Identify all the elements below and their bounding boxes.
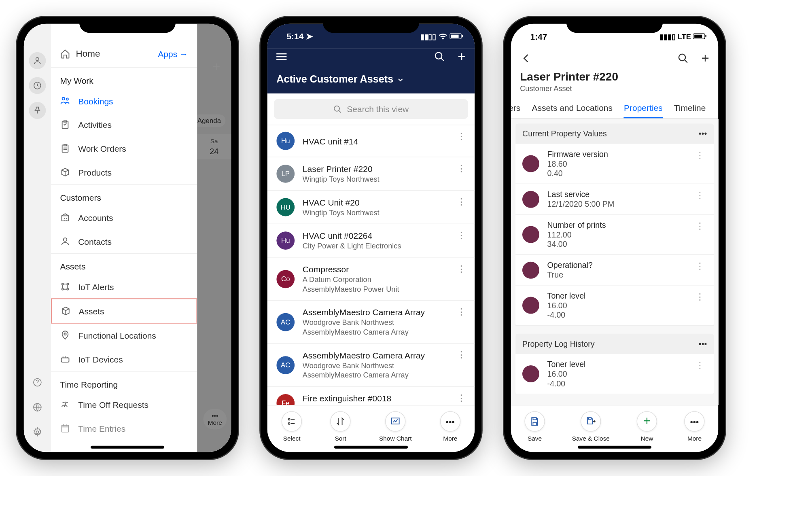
dim-overlay[interactable] <box>197 24 231 452</box>
new-button[interactable]: + New <box>637 411 657 442</box>
help-icon[interactable] <box>29 374 46 391</box>
row-more-icon[interactable]: ⋮ <box>456 392 465 403</box>
property-row[interactable]: Number of prints112.0034.00 ⋮ <box>515 215 714 255</box>
tab-properties[interactable]: Properties <box>624 99 663 119</box>
nav-home[interactable]: Home <box>60 49 100 59</box>
search-icon[interactable] <box>434 51 445 62</box>
back-button[interactable] <box>520 52 532 65</box>
row-more-icon[interactable]: ⋮ <box>695 261 704 271</box>
property-dot-icon <box>522 297 539 314</box>
property-dot-icon <box>522 365 539 382</box>
nav-bookings[interactable]: Bookings <box>51 89 197 113</box>
asset-row[interactable]: AC AssemblyMaestro Camera ArrayWoodgrove… <box>267 344 475 387</box>
svg-rect-16 <box>61 358 69 362</box>
nav-assets[interactable]: Assets <box>51 299 197 324</box>
history-card: Property Log History ••• Toner level16.0… <box>515 334 714 394</box>
property-row[interactable]: Toner level16.00-4.00 ⋮ <box>515 354 714 394</box>
asset-row[interactable]: Hu HVAC unit #14 ⋮ <box>267 125 475 157</box>
section-my-work: My Work <box>51 68 197 89</box>
nav-menu-panel: Home Apps→ My Work Bookings Activities <box>51 24 197 452</box>
add-icon[interactable]: + <box>458 51 466 62</box>
nav-accounts[interactable]: Accounts <box>51 206 197 229</box>
property-row[interactable]: Toner level16.00-4.00 ⋮ <box>515 286 714 326</box>
row-more-icon[interactable]: ⋮ <box>695 221 704 231</box>
recent-icon[interactable] <box>29 77 46 94</box>
search-input[interactable]: Search this view <box>274 99 468 119</box>
nav-functional-locations[interactable]: Functional Locations <box>51 323 197 347</box>
apps-link[interactable]: Apps→ <box>158 49 188 59</box>
tab-timeline[interactable]: Timeline <box>674 99 706 119</box>
row-more-icon[interactable]: ⋮ <box>456 197 465 208</box>
row-more-icon[interactable]: ⋮ <box>456 163 465 174</box>
nav-products[interactable]: Products <box>51 160 197 184</box>
add-icon[interactable]: + <box>701 53 709 64</box>
globe-icon[interactable] <box>29 399 46 416</box>
pin-icon[interactable] <box>29 102 46 119</box>
property-row[interactable]: Operational?True ⋮ <box>515 255 714 286</box>
hamburger-icon[interactable] <box>276 53 286 60</box>
card-title: Current Property Values <box>522 129 607 138</box>
property-dot-icon <box>522 226 539 243</box>
asset-row[interactable]: Co CompressorA Datum CorporationAssembly… <box>267 258 475 301</box>
search-icon[interactable] <box>677 53 689 64</box>
nav-iot-devices[interactable]: IoT Devices <box>51 347 197 371</box>
property-row[interactable]: Firmware version18.600.40 ⋮ <box>515 144 714 184</box>
sort-button[interactable]: Sort <box>330 411 350 442</box>
nav-work-orders[interactable]: Work Orders <box>51 136 197 160</box>
nav-contacts[interactable]: Contacts <box>51 229 197 253</box>
svg-point-24 <box>288 423 290 424</box>
asset-list[interactable]: Hu HVAC unit #14 ⋮LP Laser Printer #220W… <box>267 125 475 405</box>
settings-icon[interactable] <box>29 424 46 441</box>
property-dot-icon <box>522 155 539 172</box>
more-button[interactable]: ••• More <box>440 411 460 442</box>
asset-name: HVAC Unit #20 <box>303 198 466 208</box>
svg-point-12 <box>67 283 68 285</box>
view-title-dropdown[interactable]: Active Customer Assets <box>276 74 466 85</box>
profile-icon[interactable] <box>29 52 46 69</box>
card-more-icon[interactable]: ••• <box>699 339 707 348</box>
row-more-icon[interactable]: ⋮ <box>456 306 465 317</box>
asset-name: AssemblyMaestro Camera Array <box>303 307 466 317</box>
list-header: + Active Customer Assets <box>267 49 475 93</box>
row-more-icon[interactable]: ⋮ <box>456 131 465 142</box>
nav-time-off-requests[interactable]: Time Off Requests <box>51 392 197 416</box>
more-button[interactable]: ••• More <box>684 411 704 442</box>
detail-body[interactable]: Current Property Values ••• Firmware ver… <box>511 119 718 405</box>
chevron-down-icon <box>397 76 405 84</box>
select-button[interactable]: Select <box>282 411 302 442</box>
record-tabs: ers Assets and Locations Properties Time… <box>511 99 718 119</box>
asset-row[interactable]: LP Laser Printer #220Wingtip Toys Northw… <box>267 157 475 191</box>
svg-point-23 <box>288 418 290 420</box>
card-more-icon[interactable]: ••• <box>699 129 707 138</box>
nav-iot-alerts[interactable]: IoT Alerts <box>51 275 197 299</box>
show-chart-button[interactable]: Show Chart <box>379 411 411 442</box>
property-row[interactable]: Last service12/1/2020 5:00 PM ⋮ <box>515 184 714 215</box>
asset-avatar: AC <box>276 356 295 374</box>
svg-point-11 <box>62 283 64 285</box>
nav-time-entries[interactable]: Time Entries <box>51 416 197 440</box>
section-time-reporting: Time Reporting <box>51 371 197 392</box>
tab-assets-locations[interactable]: Assets and Locations <box>532 99 613 119</box>
nav-activities[interactable]: Activities <box>51 113 197 137</box>
asset-avatar: Fe <box>276 394 295 405</box>
asset-avatar: HU <box>276 198 295 216</box>
card-title: Property Log History <box>522 339 595 348</box>
row-more-icon[interactable]: ⋮ <box>456 350 465 360</box>
row-more-icon[interactable]: ⋮ <box>695 150 704 161</box>
asset-row[interactable]: HU HVAC Unit #20Wingtip Toys Northwest ⋮ <box>267 191 475 225</box>
row-more-icon[interactable]: ⋮ <box>695 190 704 201</box>
save-button[interactable]: Save <box>524 411 545 442</box>
asset-row[interactable]: Fe Fire extinguisher #0018Woodgrove Bank… <box>267 387 475 405</box>
asset-name: Laser Printer #220 <box>303 164 466 174</box>
asset-row[interactable]: AC AssemblyMaestro Camera ArrayWoodgrove… <box>267 301 475 343</box>
row-more-icon[interactable]: ⋮ <box>695 291 704 302</box>
row-more-icon[interactable]: ⋮ <box>456 263 465 274</box>
row-more-icon[interactable]: ⋮ <box>456 230 465 241</box>
row-more-icon[interactable]: ⋮ <box>695 360 704 371</box>
save-close-button[interactable]: Save & Close <box>572 411 610 442</box>
tab-cut-left[interactable]: ers <box>511 99 521 119</box>
record-entity: Customer Asset <box>520 85 709 93</box>
svg-point-4 <box>36 431 38 433</box>
asset-row[interactable]: Hu HVAC unit #02264City Power & Light El… <box>267 224 475 258</box>
asset-name: AssemblyMaestro Camera Array <box>303 351 466 360</box>
